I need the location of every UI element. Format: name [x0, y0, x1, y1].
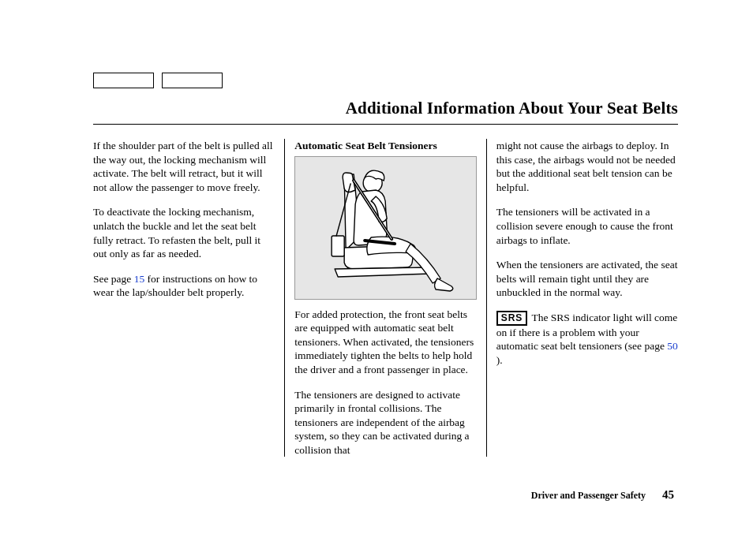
column-3: might not cause the airbags to deploy. I… — [487, 139, 678, 457]
body-text: When the tensioners are activated, the s… — [496, 258, 678, 300]
header-box-1 — [93, 73, 154, 88]
page-footer: Driver and Passenger Safety 45 — [531, 487, 674, 503]
body-text: SRS The SRS indicator light will come on… — [496, 311, 678, 368]
column-1: If the shoulder part of the belt is pull… — [93, 139, 285, 457]
column-2: Automatic Seat Belt Tensioners — [285, 139, 486, 457]
manual-page: Additional Information About Your Seat B… — [0, 0, 753, 560]
subheading: Automatic Seat Belt Tensioners — [294, 139, 476, 153]
header-box-2 — [162, 73, 223, 88]
srs-indicator-icon: SRS — [496, 311, 528, 326]
title-rule — [93, 124, 678, 125]
body-text: might not cause the airbags to deploy. I… — [496, 139, 678, 194]
page-link-15[interactable]: 15 — [134, 273, 145, 285]
page-title: Additional Information About Your Seat B… — [93, 98, 678, 119]
page-link-50[interactable]: 50 — [667, 340, 678, 352]
columns: If the shoulder part of the belt is pull… — [93, 139, 678, 457]
body-text: The tensioners will be activated in a co… — [496, 205, 678, 247]
body-text: For added protection, the front seat bel… — [294, 308, 476, 377]
header-boxes — [93, 73, 230, 88]
text: See page — [93, 273, 134, 285]
page-number: 45 — [662, 488, 674, 501]
seat-belt-illustration — [294, 156, 476, 300]
body-text: See page 15 for instructions on how to w… — [93, 272, 275, 300]
body-text: To deactivate the locking mechanism, unl… — [93, 205, 275, 260]
seated-person-with-seat-belt-icon — [295, 157, 475, 299]
svg-rect-2 — [332, 236, 344, 256]
body-text: If the shoulder part of the belt is pull… — [93, 139, 275, 194]
text: ). — [496, 354, 503, 366]
section-name: Driver and Passenger Safety — [531, 490, 646, 501]
body-text: The tensioners are designed to activate … — [294, 388, 476, 457]
